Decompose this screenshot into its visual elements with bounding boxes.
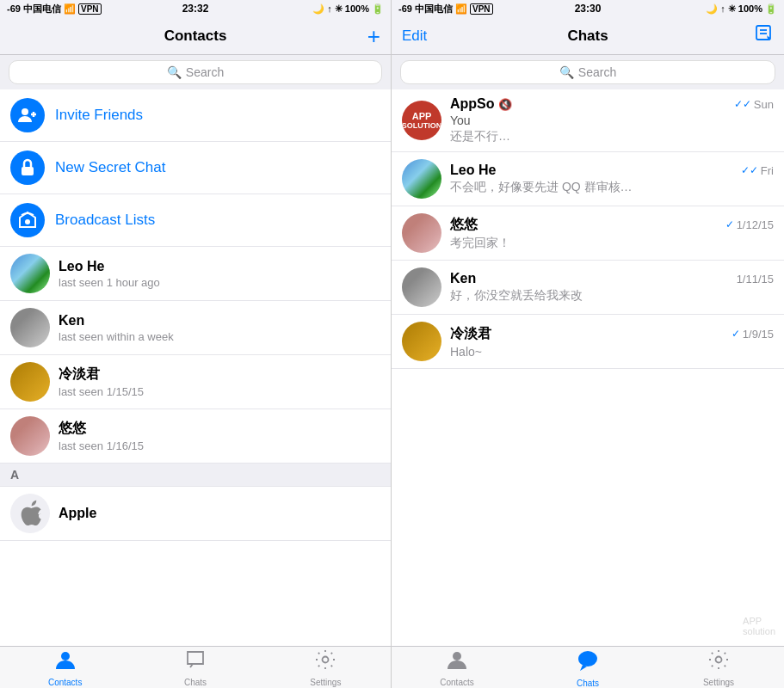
chat-appso[interactable]: APP SOLUTION AppSo 🔇 ✓✓ Sun You	[392, 89, 784, 152]
left-moon-icon: 🌙	[312, 3, 324, 15]
left-tab-contacts[interactable]: Contacts	[0, 648, 130, 687]
left-nav-bar: Contacts +	[0, 17, 391, 55]
appso-logo-line2: SOLUTION	[402, 121, 441, 130]
contact-leo-he[interactable]: Leo He last seen 1 hour ago	[0, 247, 391, 301]
chat-youyou-name: 悠悠	[450, 216, 478, 234]
apple-name: Apple	[59, 506, 380, 521]
right-search-icon: 🔍	[559, 65, 574, 79]
appso-logo-line1: APP	[412, 111, 432, 122]
left-tab-bar: Contacts Chats Settings	[0, 646, 391, 688]
left-bluetooth-icon: ✳	[335, 3, 343, 15]
right-location-icon: ↑	[720, 3, 725, 14]
section-header-a: A	[0, 464, 391, 487]
contact-youyou-info: 悠悠 last seen 1/16/15	[59, 420, 380, 452]
left-tab-settings[interactable]: Settings	[261, 648, 391, 687]
right-tab-settings[interactable]: Settings	[653, 648, 784, 687]
svg-point-10	[453, 652, 461, 660]
contact-youyou[interactable]: 悠悠 last seen 1/16/15	[0, 409, 391, 464]
chat-youyou-right[interactable]: 悠悠 ✓ 1/12/15 考完回家！	[392, 206, 784, 261]
svg-rect-3	[22, 167, 34, 175]
chat-leo-name-row: Leo He ✓✓ Fri	[450, 163, 774, 178]
svg-point-4	[25, 219, 30, 224]
broadcast-lists-item[interactable]: Broadcast Lists	[0, 194, 391, 247]
chat-appso-preview: You	[450, 114, 774, 127]
settings-tab-icon-left	[314, 648, 336, 676]
avatar-apple	[10, 494, 50, 533]
leo-time-val: Fri	[761, 164, 774, 177]
chat-ken-right[interactable]: Ken 1/11/15 好，你没空就丢给我来改	[392, 261, 784, 315]
contact-ken[interactable]: Ken last seen within a week	[0, 301, 391, 355]
add-contact-button[interactable]: +	[367, 25, 380, 47]
contact-leo-name: Leo He	[59, 259, 380, 274]
chat-ken-preview: 好，你没空就丢给我来改	[450, 288, 774, 304]
chat-leo-time: ✓✓ Fri	[741, 164, 774, 177]
contact-leo-sub: last seen 1 hour ago	[59, 276, 380, 289]
leng-time-val: 1/9/15	[743, 328, 774, 341]
right-search-input[interactable]: 🔍 Search	[400, 60, 775, 84]
contact-leng[interactable]: 冷淡君 last seen 1/15/15	[0, 355, 391, 409]
left-panel: -69 中国电信 📶 VPN 23:32 🌙 ↑ ✳ 100% 🔋 Contac…	[0, 0, 392, 688]
chat-leng-preview: Halo~	[450, 345, 774, 359]
chat-leng-right[interactable]: 冷淡君 ✓ 1/9/15 Halo~	[392, 315, 784, 369]
left-search-label: Search	[186, 65, 224, 79]
svg-point-11	[578, 651, 597, 666]
left-battery-icon: 🔋	[372, 3, 384, 15]
right-tab-contacts[interactable]: Contacts	[392, 648, 522, 687]
avatar-chat-leo	[402, 159, 441, 199]
chat-ken-time: 1/11/15	[737, 273, 774, 286]
new-secret-chat-item[interactable]: New Secret Chat	[0, 142, 391, 194]
appso-mute-icon: 🔇	[498, 98, 512, 111]
left-carrier: -69 中国电信	[7, 3, 61, 15]
left-search-input[interactable]: 🔍 Search	[9, 60, 382, 84]
right-battery-icon: 🔋	[765, 3, 777, 15]
right-bluetooth-icon: ✳	[728, 3, 736, 15]
chat-youyou-time: ✓ 1/12/15	[725, 218, 774, 231]
right-tab-bar: Contacts Chats Settings	[392, 646, 784, 688]
secret-chat-icon	[10, 150, 45, 185]
left-time: 23:32	[182, 3, 209, 15]
right-search-label: Search	[578, 65, 616, 79]
left-battery-text: 100%	[345, 3, 369, 14]
apple-item[interactable]: Apple	[0, 487, 391, 541]
left-tab-chats[interactable]: Chats	[130, 648, 260, 687]
chat-appso-name-row: AppSo 🔇 ✓✓ Sun	[450, 96, 774, 112]
chat-leo-preview: 不会吧，好像要先进 QQ 群审核…	[450, 180, 774, 195]
right-tab-chats-label: Chats	[577, 679, 599, 688]
chat-leng-info: 冷淡君 ✓ 1/9/15 Halo~	[450, 325, 774, 359]
chat-ken-name-row: Ken 1/11/15	[450, 271, 774, 286]
contact-leo-info: Leo He last seen 1 hour ago	[59, 259, 380, 289]
right-chats-tab-icon	[576, 648, 600, 677]
left-status-left: -69 中国电信 📶 VPN	[7, 3, 102, 15]
chat-youyou-name-row: 悠悠 ✓ 1/12/15	[450, 216, 774, 234]
chats-tab-icon-left	[184, 648, 207, 676]
right-battery-text: 100%	[738, 3, 762, 14]
right-status-left: -69 中国电信 📶 VPN	[398, 3, 493, 15]
right-tab-chats[interactable]: Chats	[522, 648, 653, 688]
leo-tick: ✓✓	[741, 164, 758, 176]
left-search-bar: 🔍 Search	[0, 55, 391, 89]
svg-point-5	[61, 652, 70, 660]
left-tab-settings-label: Settings	[310, 678, 341, 687]
compose-button[interactable]	[755, 24, 774, 48]
appso-tick: ✓✓	[734, 98, 751, 110]
avatar-chat-youyou	[402, 213, 441, 253]
chat-leo[interactable]: Leo He ✓✓ Fri 不会吧，好像要先进 QQ 群审核…	[392, 152, 784, 206]
chat-leo-info: Leo He ✓✓ Fri 不会吧，好像要先进 QQ 群审核…	[450, 163, 774, 195]
appso-time-val: Sun	[754, 98, 774, 111]
contacts-tab-icon	[54, 648, 77, 676]
invite-friends-item[interactable]: Invite Friends	[0, 89, 391, 142]
right-moon-icon: 🌙	[706, 3, 718, 15]
avatar-leng	[10, 362, 50, 402]
contact-youyou-sub: last seen 1/16/15	[59, 439, 380, 452]
left-status-bar: -69 中国电信 📶 VPN 23:32 🌙 ↑ ✳ 100% 🔋	[0, 0, 391, 17]
avatar-ken	[10, 308, 50, 347]
chat-leo-name: Leo He	[450, 163, 496, 178]
svg-point-0	[22, 108, 28, 115]
leng-tick: ✓	[732, 328, 740, 340]
left-search-icon: 🔍	[167, 65, 182, 79]
contact-leng-name: 冷淡君	[59, 366, 380, 384]
edit-button[interactable]: Edit	[402, 28, 427, 45]
contact-leng-info: 冷淡君 last seen 1/15/15	[59, 366, 380, 398]
invite-friends-icon	[10, 98, 45, 132]
chat-appso-preview2: 还是不行…	[450, 129, 774, 144]
